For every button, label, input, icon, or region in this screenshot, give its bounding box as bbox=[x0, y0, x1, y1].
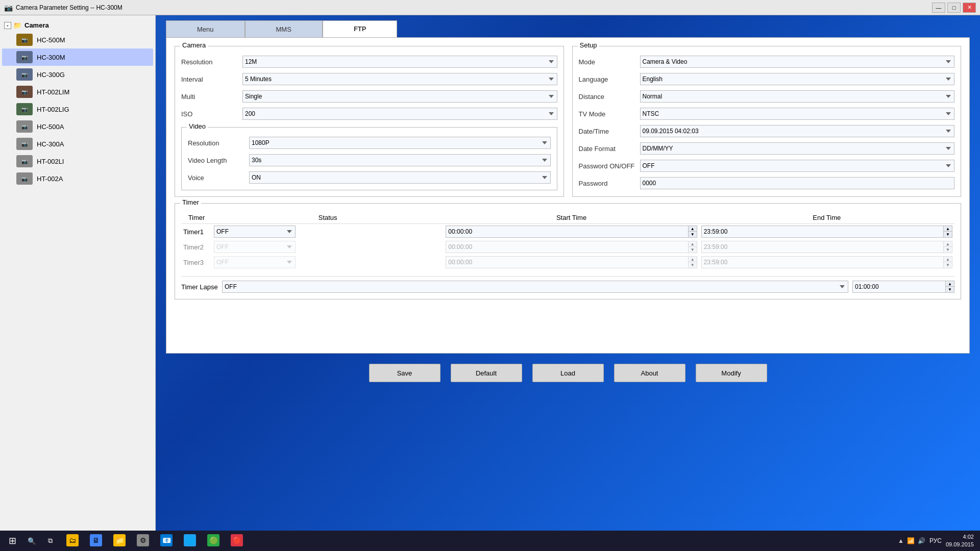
timer3-end-input[interactable] bbox=[702, 257, 943, 268]
setup-datetime-select[interactable]: 09.09.2015 04:02:03 bbox=[640, 125, 955, 137]
sidebar-item-icon: 📷 bbox=[16, 120, 33, 133]
timer2-end-down[interactable]: ▼ bbox=[944, 247, 952, 253]
camera-multi-row: Multi SingleMulti bbox=[181, 90, 557, 103]
sidebar-item-hc-300m[interactable]: 📷HC-300M bbox=[2, 48, 153, 66]
minimize-button[interactable]: — bbox=[932, 3, 945, 13]
timer1-end-spinner: ▲ ▼ bbox=[943, 226, 952, 237]
setup-password-input[interactable] bbox=[640, 177, 955, 189]
camera-iso-row: ISO 200400800Auto bbox=[181, 108, 557, 120]
video-voice-row: Voice ONOFF bbox=[188, 171, 551, 184]
timer-lapse-time-input[interactable] bbox=[853, 281, 945, 292]
setup-password-onoff-label: Password ON/OFF bbox=[579, 162, 640, 170]
setup-datetime-label: Date/Time bbox=[579, 128, 640, 135]
camera-multi-select[interactable]: SingleMulti bbox=[242, 90, 557, 103]
tab-mms[interactable]: MMS bbox=[245, 20, 323, 37]
setup-language-select[interactable]: EnglishChinese bbox=[640, 73, 955, 85]
about-button[interactable]: About bbox=[614, 364, 685, 382]
timer1-status-select[interactable]: OFFON bbox=[214, 226, 296, 238]
timer-col-status: Status bbox=[212, 212, 444, 224]
sidebar-item-ht-002a[interactable]: 📷HT-002A bbox=[2, 170, 153, 187]
timer1-end-input[interactable] bbox=[702, 226, 943, 237]
setup-section-title: Setup bbox=[578, 41, 599, 49]
taskbar-search-icon[interactable]: 🔍 bbox=[22, 531, 41, 551]
setup-dateformat-label: Date Format bbox=[579, 145, 640, 153]
timer-col-start: Start Time bbox=[444, 212, 699, 224]
main-panel: Menu MMS FTP Camera Resolution 12M8M5M3M bbox=[156, 15, 980, 551]
taskbar-app-custom[interactable]: 🟢 bbox=[202, 531, 225, 551]
camera-iso-select[interactable]: 200400800Auto bbox=[242, 108, 557, 120]
close-button[interactable]: ✕ bbox=[963, 3, 976, 13]
timer2-start-up[interactable]: ▲ bbox=[689, 241, 697, 247]
timer1-start-down[interactable]: ▼ bbox=[689, 232, 697, 237]
timer3-start-up[interactable]: ▲ bbox=[689, 257, 697, 262]
taskbar: ⊞ 🔍 ⧉ 🗂 🖥 📁 ⚙ 📧 🌐 🟢 🔴 ▲ 📶 � bbox=[0, 531, 980, 551]
sidebar-item-hc-500m[interactable]: 📷HC-500M bbox=[2, 31, 153, 48]
sidebar-item-ht-002lim[interactable]: 📷HT-002LIM bbox=[2, 83, 153, 101]
timer2-start-input[interactable] bbox=[446, 241, 688, 253]
timer2-status-select[interactable]: OFF bbox=[214, 241, 296, 253]
timer-section-title: Timer bbox=[180, 198, 201, 206]
timer3-start-down[interactable]: ▼ bbox=[689, 262, 697, 268]
taskbar-app-monitor[interactable]: 🖥 bbox=[85, 531, 107, 551]
load-button[interactable]: Load bbox=[532, 364, 604, 382]
setup-distance-select[interactable]: NormalFarNear bbox=[640, 90, 955, 103]
start-button[interactable]: ⊞ bbox=[2, 531, 22, 551]
video-voice-select[interactable]: ONOFF bbox=[249, 171, 551, 184]
taskbar-app-email[interactable]: 📧 bbox=[155, 531, 178, 551]
sidebar-group-header[interactable]: - 📁 Camera bbox=[2, 19, 153, 31]
setup-mode-row: Mode Camera & VideoCameraVideo bbox=[579, 56, 955, 68]
timer-lapse-up[interactable]: ▲ bbox=[946, 281, 954, 287]
modify-button[interactable]: Modify bbox=[696, 364, 767, 382]
setup-mode-label: Mode bbox=[579, 58, 640, 66]
custom-icon: 🟢 bbox=[207, 534, 219, 546]
taskbar-app-folder[interactable]: 📁 bbox=[108, 531, 131, 551]
taskbar-task-view-icon[interactable]: ⧉ bbox=[41, 531, 59, 551]
timer3-status-select[interactable]: OFF bbox=[214, 256, 296, 268]
sidebar-item-ht-002li[interactable]: 📷HT-002LI bbox=[2, 153, 153, 170]
timer2-start-wrap: ▲ ▼ bbox=[446, 241, 697, 253]
setup-password-onoff-select[interactable]: OFFON bbox=[640, 160, 955, 172]
timer1-end-down[interactable]: ▼ bbox=[944, 232, 952, 237]
sidebar-item-label: HC-500M bbox=[37, 36, 65, 44]
sidebar-item-hc-500a[interactable]: 📷HC-500A bbox=[2, 118, 153, 135]
timer3-start-input[interactable] bbox=[446, 257, 688, 268]
tab-ftp[interactable]: FTP bbox=[323, 20, 398, 37]
timer2-label: Timer2 bbox=[181, 239, 212, 255]
taskbar-app-red[interactable]: 🔴 bbox=[226, 531, 248, 551]
sidebar-item-icon: 📷 bbox=[16, 68, 33, 81]
default-button[interactable]: Default bbox=[451, 364, 522, 382]
sidebar-item-ht-002lig[interactable]: 📷HT-002LIG bbox=[2, 101, 153, 118]
video-length-select[interactable]: 30s15s60s bbox=[249, 154, 551, 166]
sidebar-item-icon: 📷 bbox=[16, 51, 33, 63]
video-section-title: Video bbox=[187, 122, 208, 130]
chevron-up-icon[interactable]: ▲ bbox=[898, 537, 904, 544]
timer-lapse-down[interactable]: ▼ bbox=[946, 287, 954, 292]
timer1-start-up[interactable]: ▲ bbox=[689, 226, 697, 232]
video-resolution-select[interactable]: 1080P720P480P bbox=[249, 137, 551, 149]
camera-interval-select[interactable]: 5 Minutes1 Minute10 Minutes bbox=[242, 73, 557, 85]
maximize-button[interactable]: □ bbox=[947, 3, 961, 13]
timer2-end-up[interactable]: ▲ bbox=[944, 241, 952, 247]
setup-tvmode-select[interactable]: NTSCPAL bbox=[640, 108, 955, 120]
taskbar-app-ie[interactable]: 🌐 bbox=[179, 531, 201, 551]
timer3-end-down[interactable]: ▼ bbox=[944, 262, 952, 268]
taskbar-clock: 4:02 09.09.2015 bbox=[946, 533, 974, 549]
timer3-end-up[interactable]: ▲ bbox=[944, 257, 952, 262]
timer1-end-up[interactable]: ▲ bbox=[944, 226, 952, 232]
timer2-end-input[interactable] bbox=[702, 241, 943, 253]
timer1-status-cell: OFFON bbox=[212, 224, 444, 240]
setup-mode-select[interactable]: Camera & VideoCameraVideo bbox=[640, 56, 955, 68]
taskbar-app-files[interactable]: 🗂 bbox=[61, 531, 84, 551]
timer1-start-input[interactable] bbox=[446, 226, 688, 237]
camera-resolution-select[interactable]: 12M8M5M3M bbox=[242, 56, 557, 68]
sidebar-item-icon: 📷 bbox=[16, 138, 33, 150]
setup-dateformat-select[interactable]: DD/MM/YYMM/DD/YYYY/MM/DD bbox=[640, 142, 955, 155]
sidebar-item-hc-300g[interactable]: 📷HC-300G bbox=[2, 66, 153, 83]
tab-menu[interactable]: Menu bbox=[166, 20, 245, 37]
sidebar-item-hc-300a[interactable]: 📷HC-300A bbox=[2, 135, 153, 153]
video-resolution-row: Resolution 1080P720P480P bbox=[188, 137, 551, 149]
timer-lapse-status-select[interactable]: OFFON bbox=[222, 281, 848, 293]
taskbar-app-settings[interactable]: ⚙ bbox=[132, 531, 154, 551]
save-button[interactable]: Save bbox=[369, 364, 440, 382]
timer2-start-down[interactable]: ▼ bbox=[689, 247, 697, 253]
